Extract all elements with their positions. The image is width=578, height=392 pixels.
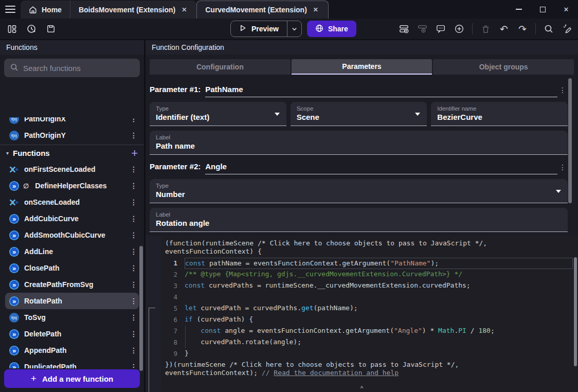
add-circle-icon[interactable]	[454, 23, 465, 34]
kebab-menu-icon[interactable]: ⋮	[129, 346, 139, 354]
collapse-caret-icon[interactable]: ^	[360, 385, 364, 392]
kebab-menu-icon[interactable]: ⋮	[129, 231, 139, 239]
kebab-menu-icon[interactable]: ⋮	[129, 330, 139, 338]
code-line[interactable]: 3const curvedPaths = runtimeScene.__curv…	[161, 280, 578, 292]
function-name: CreatePathFromSvg	[24, 280, 94, 289]
chevron-down-icon	[415, 113, 420, 116]
add-function-button[interactable]: + Add a new function	[4, 369, 140, 388]
redo-icon[interactable]: ↷	[517, 23, 528, 34]
home-icon	[29, 6, 37, 14]
share-button[interactable]: Share	[307, 21, 356, 37]
function-item[interactable]: »ClosePath⋮	[5, 260, 139, 276]
field-type[interactable]: TypeNumber	[150, 179, 568, 203]
save-icon[interactable]	[45, 23, 57, 34]
code-line[interactable]: 5let curvedPath = curvedPaths.get(pathNa…	[161, 303, 578, 314]
kebab-menu-icon[interactable]: ⋮	[129, 182, 139, 190]
kebab-menu-icon[interactable]: ⋮	[129, 247, 139, 256]
section-collapse-icon[interactable]: ▾	[6, 150, 9, 156]
function-item[interactable]: »AddLine⋮	[5, 243, 139, 260]
add-subevent-icon[interactable]	[417, 23, 428, 34]
code-line[interactable]: 4	[161, 292, 578, 303]
parameter-name-input[interactable]: Angle	[205, 162, 557, 174]
code-line[interactable]: 8 curvedPath.rotate(angle);	[161, 337, 578, 348]
kebab-menu-icon[interactable]: ⋮	[129, 264, 139, 272]
code-line[interactable]: 2/** @type {Map<string, gdjs.__curvedMov…	[161, 269, 578, 280]
function-item[interactable]: »CreatePathFromSvg⋮	[5, 276, 139, 293]
tab-boidsmovement-extension-[interactable]: BoidsMovement (Extension)✕	[70, 1, 196, 19]
kebab-menu-icon[interactable]: ⋮	[557, 86, 568, 97]
search-functions-box[interactable]	[4, 59, 140, 77]
add-function-plus-icon[interactable]: +	[131, 148, 138, 159]
search-functions-input[interactable]	[23, 64, 134, 73]
field-identifier-name[interactable]: Identifier nameBezierCurve	[431, 102, 568, 126]
project-manager-icon[interactable]	[6, 23, 17, 34]
function-item[interactable]: »AddCubicCurve⋮	[5, 210, 139, 227]
history-icon[interactable]	[26, 23, 37, 34]
kebab-menu-icon[interactable]: ⋮	[129, 363, 139, 368]
delete-icon[interactable]	[480, 23, 491, 34]
code-line[interactable]: 1const pathName = eventsFunctionContext.…	[161, 258, 578, 269]
event-drag-handle[interactable]	[149, 308, 155, 392]
action-function-icon: »	[9, 280, 19, 290]
code-line[interactable]: 6if (curvedPath) {	[161, 314, 578, 326]
function-item[interactable]: »DeletePath⋮	[5, 326, 139, 342]
kebab-menu-icon[interactable]: ⋮	[129, 117, 139, 123]
kebab-menu-icon[interactable]: ⋮	[129, 280, 139, 289]
parameter-name-input[interactable]: PathName	[205, 85, 557, 97]
minimize-button[interactable]	[507, 0, 531, 19]
close-window-button[interactable]: ✕	[554, 0, 578, 19]
parameter-block: Parameter #1:PathName⋮TypeIdentifier (te…	[150, 81, 568, 155]
function-item[interactable]: onFirstSceneLoaded⋮	[5, 161, 139, 177]
function-item[interactable]: f(x)PathOriginX⋮	[5, 117, 139, 127]
field-label-input[interactable]: LabelPath name	[150, 131, 568, 155]
function-item[interactable]: »RotatePath⋮	[5, 293, 139, 309]
kebab-menu-icon[interactable]: ⋮	[129, 165, 139, 173]
code-line[interactable]: 7 const angle = eventsFunctionContext.ge…	[161, 326, 578, 337]
function-item[interactable]: f(x)PathOriginY⋮	[5, 127, 139, 144]
preview-dropdown-button[interactable]	[287, 21, 301, 37]
kebab-menu-icon[interactable]: ⋮	[129, 198, 139, 206]
function-item[interactable]: »AddSmoothCubicCurve⋮	[5, 227, 139, 243]
edit-events-icon[interactable]	[562, 23, 573, 34]
tab-parameters[interactable]: Parameters	[292, 59, 432, 75]
maximize-button[interactable]	[531, 0, 554, 19]
line-content: }	[185, 348, 578, 360]
code-scrollbar[interactable]	[574, 257, 577, 366]
kebab-menu-icon[interactable]: ⋮	[557, 163, 568, 174]
close-tab-icon[interactable]: ✕	[312, 5, 320, 14]
tab-object-groups[interactable]: Object groups	[433, 59, 574, 75]
function-item[interactable]: »∅DefineHelperClasses⋮	[5, 177, 139, 194]
tab-home[interactable]: Home	[21, 1, 70, 19]
kebab-menu-icon[interactable]: ⋮	[129, 131, 139, 139]
field-label-input[interactable]: LabelRotation angle	[150, 208, 568, 232]
kebab-menu-icon[interactable]: ⋮	[129, 297, 139, 305]
line-content: /** @type {Map<string, gdjs.__curvedMove…	[185, 269, 578, 280]
tab-curvedmovement-extension-[interactable]: CurvedMovement (Extension)✕	[196, 1, 329, 19]
functions-section-header[interactable]: ▾Functions+	[0, 145, 144, 161]
preview-button[interactable]: Preview	[230, 21, 302, 37]
function-item[interactable]: »DuplicatedPath⋮	[5, 359, 139, 368]
action-function-icon: »	[9, 247, 19, 257]
line-content: const pathName = eventsFunctionContext.g…	[185, 258, 573, 269]
function-name: DefineHelperClasses	[35, 182, 106, 190]
tab-configuration[interactable]: Configuration	[150, 59, 291, 75]
documentation-link[interactable]: Read the documentation and help	[274, 369, 399, 377]
undo-icon[interactable]: ↶	[498, 23, 510, 34]
close-tab-icon[interactable]: ✕	[180, 5, 188, 14]
function-item[interactable]: f(x)ToSvg⋮	[5, 309, 139, 326]
search-events-icon[interactable]	[543, 23, 554, 34]
menu-icon[interactable]	[0, 0, 21, 19]
code-line[interactable]: 9}	[161, 348, 578, 360]
add-comment-icon[interactable]	[435, 23, 446, 34]
kebab-menu-icon[interactable]: ⋮	[129, 215, 139, 223]
add-event-icon[interactable]	[398, 23, 409, 34]
function-item[interactable]: onSceneLoaded⋮	[5, 194, 139, 210]
sidebar-scrollbar[interactable]	[139, 246, 143, 371]
code-lines: 1const pathName = eventsFunctionContext.…	[161, 258, 578, 360]
kebab-menu-icon[interactable]: ⋮	[129, 313, 139, 322]
field-type[interactable]: TypeIdentifier (text)	[150, 102, 286, 126]
js-code-editor[interactable]: (function(runtimeScene /* Click here to …	[161, 236, 578, 392]
function-item[interactable]: »AppendPath⋮	[5, 342, 139, 359]
parameters-scrollbar[interactable]	[568, 78, 572, 203]
field-scope[interactable]: ScopeScene	[291, 102, 427, 126]
